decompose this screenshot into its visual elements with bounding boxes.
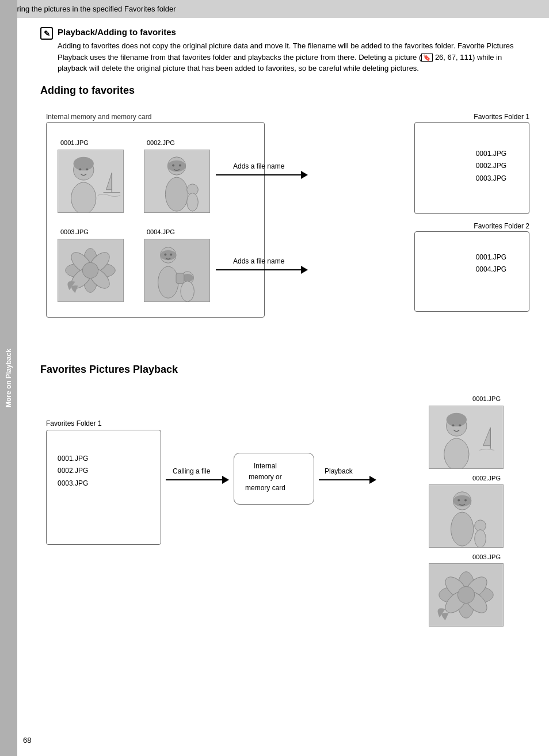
svg-point-14 xyxy=(187,193,199,211)
svg-point-44 xyxy=(453,495,471,506)
fav-src-files: 0001.JPG0002.JPG0003.JPG xyxy=(58,453,88,490)
svg-point-24 xyxy=(82,262,98,278)
svg-point-40 xyxy=(444,438,469,468)
svg-point-30 xyxy=(158,266,178,298)
thumb-0002 xyxy=(144,150,210,213)
arrow-playback xyxy=(319,476,376,484)
arrow-top xyxy=(216,171,308,179)
thumb-0001 xyxy=(58,150,124,213)
sidebar: More on Playback xyxy=(0,0,17,756)
page-number: 68 xyxy=(23,736,31,744)
svg-point-39 xyxy=(459,424,461,426)
note-icon: ✎ xyxy=(40,27,53,40)
file-label-0002-top: 0002.JPG xyxy=(147,139,175,146)
header-title: Storing the pictures in the specified Fa… xyxy=(6,5,176,13)
sidebar-label: More on Playback xyxy=(5,349,13,407)
svg-point-33 xyxy=(181,281,195,301)
fav-folder1-box xyxy=(414,122,529,214)
svg-rect-25 xyxy=(144,239,209,301)
arrow-bottom xyxy=(216,266,308,274)
arrow-bottom-label: Adds a file name xyxy=(233,257,284,265)
arrow-playback-label: Playback xyxy=(325,467,353,475)
fav-folder2-box xyxy=(414,231,529,312)
svg-point-12 xyxy=(165,177,188,211)
page-wrapper: More on Playback Storing the pictures in… xyxy=(0,0,549,756)
file-label-0003: 0003.JPG xyxy=(60,228,89,235)
memory-box-label: Internal memory and memory card xyxy=(46,113,151,121)
svg-point-59 xyxy=(458,586,474,603)
note-content: Playback/Adding to favorites Adding to f… xyxy=(58,27,526,74)
svg-point-10 xyxy=(172,164,174,166)
svg-point-47 xyxy=(451,512,473,546)
svg-rect-34 xyxy=(176,273,184,283)
note-title: Playback/Adding to favorites xyxy=(58,27,526,37)
result-thumb-0001 xyxy=(429,406,504,469)
arrow-top-label: Adds a file name xyxy=(233,162,284,170)
int-mem-label: Internalmemory ormemory card xyxy=(245,461,285,494)
arrow-calling-label: Calling a file xyxy=(173,467,210,475)
note-box: ✎ Playback/Adding to favorites Adding to… xyxy=(40,27,526,74)
svg-point-5 xyxy=(86,168,88,170)
diagram-adding: Internal memory and memory card 0001.JPG xyxy=(40,105,535,346)
fav2-files: 0001.JPG0004.JPG xyxy=(476,251,506,276)
adding-favorites-heading: Adding to favorites xyxy=(40,85,526,97)
svg-point-3 xyxy=(74,156,94,170)
svg-point-38 xyxy=(452,424,454,426)
thumb-0004 xyxy=(144,239,210,302)
svg-point-46 xyxy=(464,499,467,501)
main-content: ✎ Playback/Adding to favorites Adding to… xyxy=(17,27,549,689)
diagram-playback: Favorites Folder 1 0001.JPG0002.JPG0003.… xyxy=(40,384,535,648)
svg-point-4 xyxy=(79,168,81,170)
result-label-0002: 0002.JPG xyxy=(472,475,501,482)
result-thumb-0002 xyxy=(429,484,504,548)
fav-src-label: Favorites Folder 1 xyxy=(46,419,102,427)
result-thumb-0003 xyxy=(429,563,504,627)
svg-point-49 xyxy=(475,529,486,547)
result-label-0001: 0001.JPG xyxy=(472,395,501,402)
fav-folder1-label: Favorites Folder 1 xyxy=(474,113,529,121)
page-header: Storing the pictures in the specified Fa… xyxy=(0,0,549,18)
svg-point-29 xyxy=(170,253,172,255)
fav1-files: 0001.JPG0002.JPG0003.JPG xyxy=(476,148,506,185)
playback-heading: Favorites Pictures Playback xyxy=(40,364,526,376)
svg-point-37 xyxy=(447,413,467,426)
fav-folder2-label: Favorites Folder 2 xyxy=(474,222,529,230)
result-label-0003: 0003.JPG xyxy=(472,553,501,560)
svg-point-11 xyxy=(179,164,181,166)
svg-point-45 xyxy=(458,499,460,501)
file-label-0004: 0004.JPG xyxy=(147,228,175,235)
note-body: Adding to favorites does not copy the or… xyxy=(58,40,526,74)
thumb-0003 xyxy=(58,239,124,302)
arrow-calling xyxy=(166,476,229,484)
svg-point-28 xyxy=(164,253,166,255)
svg-point-9 xyxy=(167,160,185,171)
file-label-0001: 0001.JPG xyxy=(60,139,89,146)
svg-point-2 xyxy=(71,182,96,212)
